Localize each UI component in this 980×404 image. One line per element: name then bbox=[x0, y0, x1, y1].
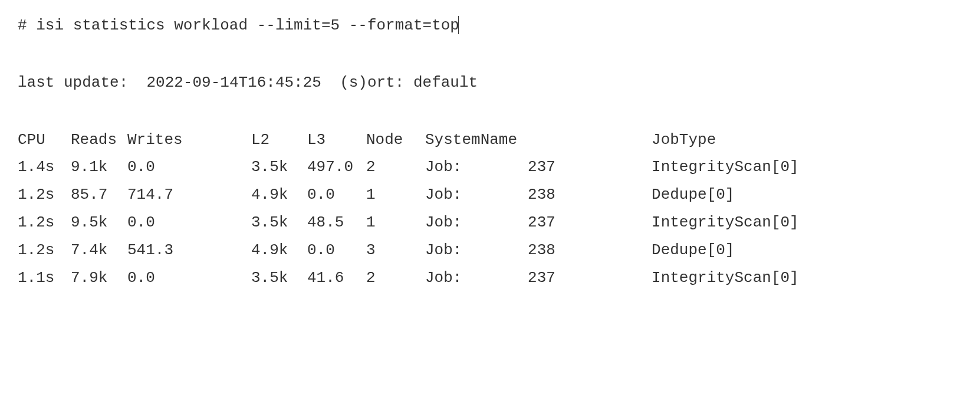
header-reads[interactable]: Reads bbox=[71, 126, 127, 154]
cell-jobtype: IntegrityScan[0] bbox=[652, 264, 810, 292]
cell-jobtype: Dedupe[0] bbox=[652, 237, 810, 264]
cell-l3: 0.0 bbox=[307, 237, 366, 264]
table-row: 1.1s 7.9k 0.0 3.5k 41.6 2 Job: 237 Integ… bbox=[18, 264, 810, 292]
cell-cpu: 1.4s bbox=[18, 153, 71, 181]
header-writes[interactable]: Writes bbox=[127, 126, 251, 154]
cell-writes: 714.7 bbox=[127, 181, 251, 209]
cell-reads: 85.7 bbox=[71, 181, 127, 209]
command-text: isi statistics workload --limit=5 --form… bbox=[36, 17, 459, 34]
cell-node: 1 bbox=[366, 209, 425, 237]
last-update-label: last update: bbox=[18, 74, 128, 91]
cell-cpu: 1.1s bbox=[18, 264, 71, 292]
cell-sysid: 237 bbox=[528, 264, 652, 292]
header-systemname[interactable]: SystemName bbox=[425, 126, 528, 154]
cell-syslabel: Job: bbox=[425, 209, 528, 237]
header-cpu[interactable]: CPU bbox=[18, 126, 71, 154]
table-header-row: CPU Reads Writes L2 L3 Node SystemName J… bbox=[18, 126, 810, 154]
cell-cpu: 1.2s bbox=[18, 209, 71, 237]
table-row: 1.2s 85.7 714.7 4.9k 0.0 1 Job: 238 Dedu… bbox=[18, 181, 810, 209]
status-line: last update: 2022-09-14T16:45:25 (s)ort:… bbox=[18, 69, 962, 97]
cell-l2: 3.5k bbox=[251, 153, 307, 181]
cell-node: 1 bbox=[366, 181, 425, 209]
cell-syslabel: Job: bbox=[425, 181, 528, 209]
cell-writes: 0.0 bbox=[127, 153, 251, 181]
cell-jobtype: IntegrityScan[0] bbox=[652, 209, 810, 237]
cell-jobtype: Dedupe[0] bbox=[652, 181, 810, 209]
cell-reads: 9.1k bbox=[71, 153, 127, 181]
workload-table: CPU Reads Writes L2 L3 Node SystemName J… bbox=[18, 126, 810, 292]
cell-node: 2 bbox=[366, 153, 425, 181]
sort-value: default bbox=[413, 74, 478, 91]
cell-sysid: 237 bbox=[528, 153, 652, 181]
cell-l3: 41.6 bbox=[307, 264, 366, 292]
header-l2[interactable]: L2 bbox=[251, 126, 307, 154]
table-row: 1.2s 7.4k 541.3 4.9k 0.0 3 Job: 238 Dedu… bbox=[18, 237, 810, 264]
cell-sysid: 238 bbox=[528, 237, 652, 264]
header-jobtype[interactable]: JobType bbox=[652, 126, 810, 154]
cell-l3: 48.5 bbox=[307, 209, 366, 237]
cell-l2: 3.5k bbox=[251, 209, 307, 237]
cell-sysid: 238 bbox=[528, 181, 652, 209]
header-l3[interactable]: L3 bbox=[307, 126, 366, 154]
cell-cpu: 1.2s bbox=[18, 181, 71, 209]
cell-l3: 0.0 bbox=[307, 181, 366, 209]
header-node[interactable]: Node bbox=[366, 126, 425, 154]
text-cursor bbox=[458, 16, 459, 34]
cell-node: 3 bbox=[366, 237, 425, 264]
cell-reads: 9.5k bbox=[71, 209, 127, 237]
cell-syslabel: Job: bbox=[425, 237, 528, 264]
cell-cpu: 1.2s bbox=[18, 237, 71, 264]
table-row: 1.2s 9.5k 0.0 3.5k 48.5 1 Job: 237 Integ… bbox=[18, 209, 810, 237]
cell-reads: 7.9k bbox=[71, 264, 127, 292]
cell-l2: 4.9k bbox=[251, 181, 307, 209]
cell-l2: 3.5k bbox=[251, 264, 307, 292]
cell-writes: 541.3 bbox=[127, 237, 251, 264]
cell-jobtype: IntegrityScan[0] bbox=[652, 153, 810, 181]
cell-l3: 497.0 bbox=[307, 153, 366, 181]
last-update-timestamp: 2022-09-14T16:45:25 bbox=[146, 74, 321, 91]
command-line[interactable]: # isi statistics workload --limit=5 --fo… bbox=[18, 12, 962, 40]
cell-reads: 7.4k bbox=[71, 237, 127, 264]
cell-syslabel: Job: bbox=[425, 153, 528, 181]
cell-l2: 4.9k bbox=[251, 237, 307, 264]
cell-node: 2 bbox=[366, 264, 425, 292]
cell-sysid: 237 bbox=[528, 209, 652, 237]
cell-writes: 0.0 bbox=[127, 264, 251, 292]
sort-label: (s)ort: bbox=[340, 74, 404, 91]
cell-syslabel: Job: bbox=[425, 264, 528, 292]
table-row: 1.4s 9.1k 0.0 3.5k 497.0 2 Job: 237 Inte… bbox=[18, 153, 810, 181]
cell-writes: 0.0 bbox=[127, 209, 251, 237]
prompt-symbol: # bbox=[18, 17, 27, 34]
